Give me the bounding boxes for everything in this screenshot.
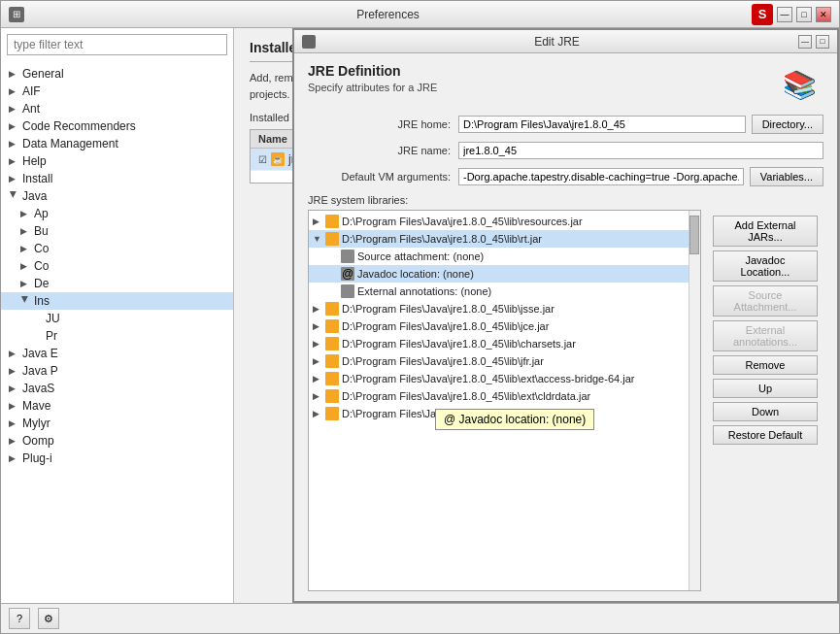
jar-icon — [325, 319, 339, 333]
sidebar-item-ant[interactable]: ▶ Ant — [1, 100, 233, 117]
list-item[interactable]: @ Javadoc location: (none) — [309, 265, 689, 283]
sidebar-item-java-p[interactable]: ▶ Java P — [1, 362, 233, 380]
sidebar-item-java-e[interactable]: ▶ Java E — [1, 345, 233, 362]
add-external-jars-button[interactable]: Add External JARs... — [713, 216, 818, 247]
sidebar-item-mylyr[interactable]: ▶ Mylyr — [1, 415, 233, 432]
sidebar-item-ju[interactable]: JU — [1, 310, 233, 327]
javadoc-location-button[interactable]: Javadoc Location... — [713, 250, 818, 282]
tree-arrow: ▶ — [9, 349, 18, 358]
settings-button[interactable]: ⚙ — [38, 608, 59, 629]
lib-text: D:\Program Files\Java\jre1.8.0_45\lib\ex… — [342, 373, 634, 384]
list-item[interactable]: ▶ D:\Program Files\Java\jre1.8.0_45\lib\… — [309, 370, 689, 387]
sidebar-item-data-management[interactable]: ▶ Data Management — [1, 135, 233, 152]
lib-arrow: ▼ — [313, 234, 322, 244]
jar-icon — [325, 354, 339, 368]
down-button[interactable]: Down — [713, 402, 818, 421]
source-attachment-button[interactable]: Source Attachment... — [713, 285, 818, 317]
sidebar-item-aif[interactable]: ▶ AIF — [1, 83, 233, 100]
scrollbar-thumb[interactable] — [689, 216, 699, 254]
jre-def-title: JRE Definition — [308, 63, 437, 79]
sidebar-item-label: JU — [46, 312, 60, 325]
sidebar-item-install[interactable]: ▶ Install — [1, 170, 233, 187]
tree-arrow: ▶ — [20, 226, 30, 236]
minimize-button[interactable]: — — [777, 7, 792, 22]
sidebar-item-plug-i[interactable]: ▶ Plug-i — [1, 450, 233, 467]
sidebar-item-ap[interactable]: ▶ Ap — [1, 205, 233, 222]
close-button[interactable]: ✕ — [816, 7, 831, 22]
tree-arrow: ▶ — [9, 366, 18, 376]
sidebar-item-general[interactable]: ▶ General — [1, 65, 233, 83]
sidebar-item-co2[interactable]: ▶ Co — [1, 257, 233, 275]
help-button[interactable]: ? — [9, 608, 30, 629]
tooltip-popup: @ Javadoc location: (none) — [435, 409, 594, 430]
edit-jre-minimize[interactable]: — — [798, 35, 812, 49]
jar-icon — [325, 302, 339, 316]
lib-arrow: ▶ — [313, 391, 322, 401]
jar-icon — [325, 389, 339, 403]
default-vm-input[interactable] — [458, 168, 744, 185]
remove-button[interactable]: Remove — [713, 355, 818, 375]
sidebar-item-label: Ins — [34, 294, 50, 308]
sidebar-item-label: Oomp — [22, 434, 54, 448]
tree-arrow: ▶ — [9, 104, 18, 114]
lib-text: Javadoc location: (none) — [357, 268, 474, 280]
up-button[interactable]: Up — [713, 379, 818, 398]
external-annotations-button[interactable]: External annotations... — [713, 320, 818, 351]
list-item[interactable]: ▶ D:\Program Files\Java\jre1.8.0_45\lib\… — [309, 300, 689, 317]
jre-name-input[interactable] — [458, 142, 823, 159]
search-input[interactable] — [7, 34, 227, 55]
sidebar-item-bu[interactable]: ▶ Bu — [1, 222, 233, 240]
edit-jre-titlebar: Edit JRE — □ — [294, 30, 837, 53]
tree-arrow: ▶ — [9, 191, 18, 201]
directory-button[interactable]: Directory... — [752, 115, 823, 134]
sidebar-item-co1[interactable]: ▶ Co — [1, 240, 233, 257]
edit-jre-titlebar-left — [302, 35, 316, 49]
jar-icon — [325, 372, 339, 385]
tree-arrow: ▶ — [9, 174, 18, 184]
prefs-content: Installed JREs Add, remove or edit JRE d… — [234, 28, 839, 603]
sidebar-item-code-recommenders[interactable]: ▶ Code Recommenders — [1, 117, 233, 135]
window-title: Preferences — [24, 8, 752, 21]
jre-def-header: JRE Definition Specify attributes for a … — [308, 63, 823, 107]
tree-arrow: ▶ — [9, 401, 18, 411]
jar-icon — [325, 337, 339, 350]
list-item[interactable]: ▶ D:\Program Files\Java\jre1.8.0_45\lib\… — [309, 213, 689, 230]
sidebar-item-label: Data Management — [22, 137, 118, 150]
libs-tree: ▶ D:\Program Files\Java\jre1.8.0_45\lib\… — [309, 211, 689, 590]
list-item[interactable]: Source attachment: (none) — [309, 248, 689, 265]
sidebar-item-java[interactable]: ▶ Java — [1, 187, 233, 205]
tree-arrow: ▶ — [20, 261, 30, 271]
brand-icon: S — [752, 4, 773, 25]
sidebar-item-javas[interactable]: ▶ JavaS — [1, 380, 233, 397]
sidebar-item-oomp[interactable]: ▶ Oomp — [1, 432, 233, 450]
sidebar: ▶ General ▶ AIF ▶ Ant ▶ Code Recommender… — [1, 28, 234, 603]
lib-arrow: ▶ — [313, 374, 322, 384]
edit-jre-controls: — □ — [798, 35, 829, 49]
list-item[interactable]: ▶ D:\Program Files\Java\jre1.8.0_45\lib\… — [309, 335, 689, 352]
libs-scrollbar[interactable] — [689, 211, 700, 590]
list-item[interactable]: ▶ D:\Program Files\Java\jre1.8.0_45\lib\… — [309, 352, 689, 370]
preferences-window: ⊞ Preferences S — □ ✕ ▶ General ▶ AIF — [0, 0, 840, 634]
main-area: ▶ General ▶ AIF ▶ Ant ▶ Code Recommender… — [1, 28, 839, 603]
maximize-button[interactable]: □ — [796, 7, 812, 22]
list-item[interactable]: ▼ D:\Program Files\Java\jre1.8.0_45\lib\… — [309, 230, 689, 248]
edit-jre-maximize[interactable]: □ — [816, 35, 829, 49]
sidebar-item-pr[interactable]: Pr — [1, 327, 233, 345]
jre-home-row: JRE home: Directory... — [308, 115, 823, 134]
list-item[interactable]: ▶ D:\Program Files\Java\jre1.8.0_45\lib\… — [309, 317, 689, 335]
sidebar-item-label: Plug-i — [22, 451, 52, 465]
list-item[interactable]: ▶ D:\Program Files\Java\jre1.8.0_45\lib\… — [309, 387, 689, 405]
restore-default-button[interactable]: Restore Default — [713, 425, 818, 445]
books-icon: 📚 — [783, 69, 817, 101]
list-item[interactable]: External annotations: (none) — [309, 283, 689, 300]
lib-arrow: ▶ — [313, 217, 322, 226]
sidebar-item-help[interactable]: ▶ Help — [1, 152, 233, 170]
sidebar-item-de[interactable]: ▶ De — [1, 275, 233, 292]
tree-arrow: ▶ — [9, 139, 18, 149]
lib-arrow: ▶ — [313, 356, 322, 366]
jre-home-input[interactable] — [458, 116, 746, 133]
sidebar-item-mave[interactable]: ▶ Mave — [1, 397, 233, 415]
sidebar-item-ins[interactable]: ▶ Ins — [1, 292, 233, 310]
variables-button[interactable]: Variables... — [750, 167, 823, 186]
tree-arrow: ▶ — [9, 418, 18, 428]
